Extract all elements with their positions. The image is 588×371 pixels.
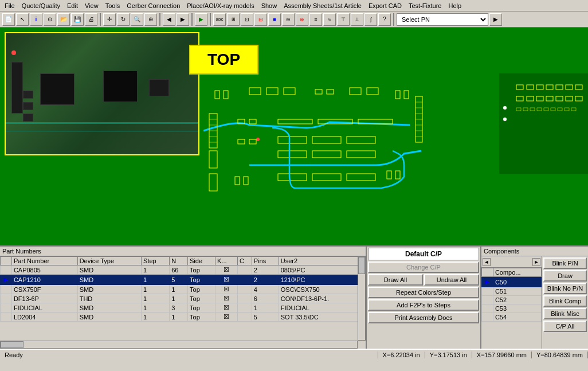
toolbar-fwd[interactable]: ▶ (177, 13, 189, 26)
menu-view[interactable]: View (81, 1, 102, 10)
menu-help[interactable]: Help (445, 1, 465, 10)
blink-misc-button[interactable]: Blink Misc (543, 308, 587, 319)
menu-export[interactable]: Export CAD (365, 1, 405, 10)
row-side: Top (188, 303, 215, 313)
menu-file[interactable]: File (1, 1, 18, 10)
pn-scrollbar-h[interactable] (0, 341, 358, 349)
cp-all-button[interactable]: C/P All (543, 321, 587, 332)
col-pn[interactable]: Part Number (11, 257, 77, 265)
col-c[interactable]: C (237, 257, 252, 265)
toolbar-move[interactable]: ✛ (103, 13, 116, 26)
toolbar-t4[interactable]: ⊟ (254, 13, 267, 26)
col-device[interactable]: Device Type (77, 257, 141, 265)
row-k: ☒ (215, 265, 238, 275)
toolbar-rotate[interactable]: ↻ (117, 13, 130, 26)
toolbar-t5[interactable]: ■ (268, 13, 281, 26)
svg-rect-50 (536, 85, 543, 89)
svg-rect-60 (566, 96, 573, 101)
repeat-colors-button[interactable]: Repeat Colors/Step (368, 287, 479, 298)
add-f2p-button[interactable]: Add F2P's to Steps (368, 299, 479, 311)
toolbar-t9[interactable]: ≈ (323, 13, 336, 26)
toolbar-t3[interactable]: ⊡ (241, 13, 253, 26)
blink-comp-button[interactable]: Blink Comp (543, 295, 587, 307)
main-canvas[interactable]: TOP (0, 28, 588, 245)
toolbar-t1[interactable]: abc (213, 13, 226, 26)
table-row[interactable]: CAP0805 SMD 1 66 Top ☒ 2 0805\PC (1, 265, 366, 275)
col-pins[interactable]: Pins (252, 257, 279, 265)
bottom-panel: Part Numbers Part Number Device Type Ste… (0, 245, 588, 349)
draw-all-button[interactable]: Draw All (368, 274, 423, 286)
col-side[interactable]: Side (188, 257, 215, 265)
toolbar-t12[interactable]: ∫ (364, 13, 377, 26)
comp-row[interactable]: C53 (482, 304, 542, 313)
menu-place[interactable]: Place/AOI/X-ray models (183, 1, 257, 10)
toolbar-info[interactable]: i (30, 13, 42, 26)
pn-scroll-thumb-h[interactable] (1, 341, 23, 348)
comp-table-body: ► C50 C51 C52 C53 C54 (482, 277, 542, 322)
toolbar-sep4 (210, 13, 211, 26)
pn-scrollbar-v[interactable] (358, 256, 366, 341)
row-device: SMD (77, 285, 141, 294)
table-row[interactable]: DF13-6P THD 1 1 Top ☒ 6 CON\DF13-6P-1. (1, 294, 366, 303)
toolbar-t7[interactable]: ⊗ (296, 13, 308, 26)
toolbar-green[interactable]: ▶ (195, 13, 207, 26)
toolbar-t13[interactable]: ? (378, 13, 391, 26)
row-n: 3 (170, 303, 188, 313)
chip-ic3 (149, 79, 169, 96)
print-docs-button[interactable]: Print Assembly Docs (368, 312, 479, 323)
row-k: ☒ (215, 303, 238, 313)
pn-select-dropdown[interactable]: Select PN (397, 13, 488, 26)
comp-row[interactable]: ► C50 (482, 277, 542, 287)
comp-prev-btn[interactable]: ◄ (483, 258, 491, 266)
undraw-all-button[interactable]: Undraw All (424, 274, 479, 286)
toolbar-cursor[interactable]: ↖ (16, 13, 29, 26)
menu-edit[interactable]: Edit (64, 1, 81, 10)
pn-scroll-thumb-v[interactable] (358, 257, 365, 274)
menu-assembly[interactable]: Assembly Sheets/1st Article (280, 1, 365, 10)
toolbar-new[interactable]: 📄 (2, 13, 15, 26)
blink-no-pn-button[interactable]: Blink No P/N (543, 283, 587, 294)
toolbar-search[interactable]: 🔍 (131, 13, 143, 26)
menu-tools[interactable]: Tools (102, 1, 124, 10)
svg-rect-31 (347, 151, 375, 158)
toolbar-save[interactable]: 💾 (71, 13, 84, 26)
toolbar-t6[interactable]: ⊕ (282, 13, 295, 26)
toolbar-t11[interactable]: ⊥ (351, 13, 363, 26)
toolbar-print[interactable]: 🖨 (85, 13, 97, 26)
toolbar-open[interactable]: 📂 (57, 13, 70, 26)
svg-rect-56 (527, 96, 534, 101)
comp-row[interactable]: C54 (482, 313, 542, 322)
table-row[interactable]: ► CAP1210 SMD 1 5 Top ☒ 2 1210\PC (1, 275, 366, 285)
svg-rect-19 (278, 119, 312, 124)
comp-next-btn[interactable]: ► (532, 258, 540, 266)
menu-testfixture[interactable]: Test-Fixture (405, 1, 445, 10)
comp-row[interactable]: C52 (482, 296, 542, 304)
comp-col-name[interactable]: Compo... (493, 268, 541, 277)
col-k[interactable]: K... (215, 257, 238, 265)
col-step[interactable]: Step (142, 257, 170, 265)
change-cp-button[interactable]: Change C/P (368, 261, 479, 273)
col-user2[interactable]: User2 (279, 257, 365, 265)
table-row[interactable]: FIDUCIAL SMD 1 3 Top ☒ 1 FIDUCIAL (1, 303, 366, 313)
toolbar-t10[interactable]: ⊤ (337, 13, 350, 26)
menu-quote[interactable]: Quote/Quality (18, 1, 64, 10)
svg-rect-52 (556, 85, 563, 89)
toolbar-back[interactable]: ◀ (163, 13, 175, 26)
middle-controls-panel: Default C/P Change C/P Draw All Undraw A… (367, 247, 481, 349)
toolbar-pn-btn[interactable]: ▶ (489, 13, 502, 26)
blink-pn-button[interactable]: Blink P/N (543, 257, 587, 269)
toolbar-t8[interactable]: ≡ (309, 13, 322, 26)
draw-button[interactable]: Draw (543, 270, 587, 282)
toolbar-target[interactable]: ⊙ (44, 13, 56, 26)
toolbar-t2[interactable]: ⊞ (227, 13, 240, 26)
svg-rect-3 (266, 88, 278, 95)
table-row[interactable]: CSX750F SMD 1 1 Top ☒ 4 OSC\CSX750 (1, 285, 366, 294)
svg-rect-25 (278, 136, 307, 143)
menu-gerber[interactable]: Gerber Connection (123, 1, 183, 10)
menu-show[interactable]: Show (258, 1, 281, 10)
table-row[interactable]: LD2004 SMD 1 1 Top ☒ 5 SOT 33.5\DC (1, 313, 366, 322)
comp-list: ◄ ► Compo... ► C50 C51 (481, 256, 542, 349)
comp-row[interactable]: C51 (482, 287, 542, 296)
toolbar-zoom[interactable]: ⊕ (144, 13, 157, 26)
col-n[interactable]: N (170, 257, 188, 265)
